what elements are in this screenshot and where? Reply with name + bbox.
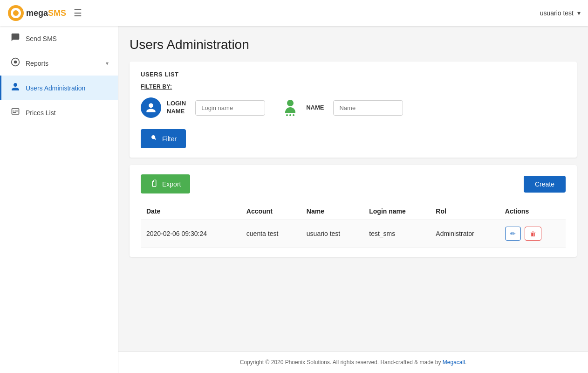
logo-icon — [7, 5, 24, 21]
edit-button[interactable]: ✏ — [505, 227, 521, 241]
export-icon — [150, 179, 158, 189]
filter-button-label: Filter — [162, 135, 177, 143]
login-name-field: LOGINNAME — [141, 97, 265, 118]
create-button[interactable]: Create — [524, 176, 566, 193]
cell-date: 2020-02-06 09:30:24 — [141, 220, 241, 248]
delete-button[interactable]: 🗑 — [525, 227, 541, 241]
users-admin-icon — [11, 82, 20, 94]
footer: Copyright © 2020 Phoenix Solutions. All … — [118, 351, 588, 373]
filter-row: LOGINNAME — [141, 97, 566, 118]
users-table: Date Account Name Login name Rol Actions… — [141, 203, 566, 248]
sidebar-item-reports[interactable]: Reports ▾ — [0, 51, 118, 76]
filter-scan-icon — [150, 134, 158, 144]
login-icon — [141, 97, 161, 118]
sidebar-item-prices-list[interactable]: Prices List — [0, 100, 118, 125]
cell-account: cuenta test — [241, 220, 301, 248]
sidebar-item-label-send-sms: Send SMS — [26, 35, 109, 42]
logo: megaSMS — [7, 5, 66, 21]
topbar-left: megaSMS ☰ — [7, 5, 82, 21]
col-rol: Rol — [430, 203, 499, 220]
main-content: Users Administration USERS LIST FILTER B… — [118, 26, 588, 351]
table-card: Export Create Date Account Name Login na… — [130, 165, 577, 257]
filter-by-label: FILTER BY: — [141, 83, 566, 90]
filter-button[interactable]: Filter — [141, 129, 186, 148]
sidebar-item-send-sms[interactable]: Send SMS — [0, 26, 118, 51]
chevron-down-icon: ▾ — [577, 9, 581, 17]
login-name-label: LOGINNAME — [167, 100, 186, 116]
svg-point-2 — [13, 10, 19, 16]
export-button[interactable]: Export — [141, 174, 190, 193]
footer-link[interactable]: Megacall — [443, 359, 465, 366]
sidebar-item-label-reports: Reports — [26, 60, 100, 67]
footer-suffix: . — [465, 359, 466, 366]
menu-icon[interactable]: ☰ — [74, 7, 82, 19]
svg-point-4 — [14, 61, 17, 64]
sidebar-item-label-prices-list: Prices List — [26, 109, 109, 117]
col-name: Name — [301, 203, 363, 220]
cell-name: usuario test — [301, 220, 363, 248]
name-input[interactable] — [333, 100, 403, 116]
prices-list-icon — [11, 107, 20, 118]
reports-icon — [11, 57, 20, 69]
col-actions: Actions — [499, 203, 566, 220]
cell-login-name: test_sms — [363, 220, 430, 248]
cell-actions: ✏ 🗑 — [499, 220, 566, 248]
col-account: Account — [241, 203, 301, 220]
table-actions-row: Export Create — [141, 174, 566, 193]
page-title: Users Administration — [130, 37, 577, 52]
name-icon — [280, 97, 301, 118]
export-button-label: Export — [162, 180, 181, 188]
send-sms-icon — [11, 33, 20, 44]
logo-text: megaSMS — [26, 8, 66, 18]
sidebar: Send SMS Reports ▾ Users Administration … — [0, 26, 118, 373]
reports-chevron-icon: ▾ — [106, 60, 109, 67]
name-field: NAME — [280, 97, 403, 118]
col-date: Date — [141, 203, 241, 220]
col-login-name: Login name — [363, 203, 430, 220]
filter-card: USERS LIST FILTER BY: LOGINNAME — [130, 62, 577, 158]
cell-rol: Administrator — [430, 220, 499, 248]
sidebar-item-label-users-admin: Users Administration — [26, 84, 109, 92]
login-name-input[interactable] — [195, 100, 265, 116]
user-label: usuario test — [540, 9, 574, 17]
footer-text: Copyright © 2020 Phoenix Solutions. All … — [240, 359, 443, 366]
table-header-row: Date Account Name Login name Rol Actions — [141, 203, 566, 220]
name-label: NAME — [306, 104, 324, 112]
table-row: 2020-02-06 09:30:24 cuenta test usuario … — [141, 220, 566, 248]
section-title: USERS LIST — [141, 71, 566, 78]
sidebar-item-users-admin[interactable]: Users Administration — [0, 76, 118, 100]
topbar: megaSMS ☰ usuario test ▾ — [0, 0, 588, 26]
user-menu[interactable]: usuario test ▾ — [540, 9, 581, 17]
